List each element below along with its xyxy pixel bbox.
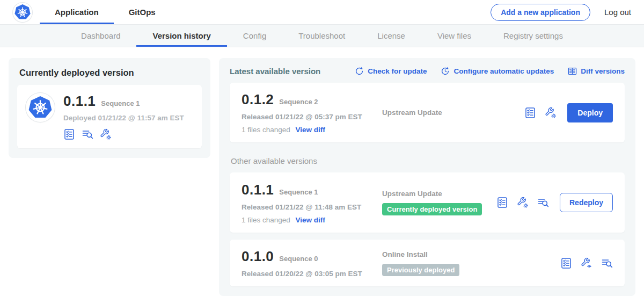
logout-link[interactable]: Log out (604, 8, 631, 17)
helm-wheel-icon (32, 99, 49, 116)
edit-config-icon[interactable] (100, 128, 112, 140)
view-diff-link[interactable]: View diff (296, 126, 325, 134)
subnav-version-history[interactable]: Version history (136, 25, 226, 47)
configure-automatic-updates-link[interactable]: Configure automatic updates (441, 67, 554, 76)
previously-deployed-badge: Previously deployed (382, 264, 459, 276)
diff-versions-link[interactable]: Diff versions (568, 67, 625, 76)
release-notes-icon[interactable] (524, 107, 536, 119)
configure-automatic-updates-label: Configure automatic updates (453, 67, 554, 75)
version-card-0-1-2: 0.1.2 Sequence 2 Released 01/21/22 @ 05:… (230, 83, 625, 142)
kubernetes-logo (13, 3, 32, 22)
add-application-button[interactable]: Add a new application (491, 4, 590, 21)
version-number: 0.1.0 (241, 248, 274, 265)
version-source: Upstream Update (382, 109, 524, 117)
currently-deployed-panel: Currently deployed version 0.1.1 Sequenc… (9, 58, 210, 158)
app-icon (26, 93, 55, 122)
released-timestamp: Released 01/21/22 @ 11:48 am EST (241, 203, 382, 211)
header-right: Add a new application Log out (491, 0, 631, 24)
released-timestamp: Released 01/20/22 @ 03:05 pm EST (241, 270, 382, 278)
view-logs-icon[interactable] (601, 257, 613, 269)
version-number: 0.1.1 (241, 182, 274, 198)
app-subnav: Dashboard Version history Config Trouble… (0, 25, 644, 47)
version-number: 0.1.2 (241, 91, 274, 108)
deployed-timestamp: Deployed 01/21/22 @ 11:57 am EST (63, 114, 184, 122)
version-sequence: Sequence 0 (279, 255, 318, 263)
files-changed-label: 1 files changed (241, 126, 290, 134)
app-brand (13, 0, 32, 24)
view-config-icon[interactable] (581, 257, 592, 269)
version-sequence: Sequence 1 (279, 188, 318, 196)
refresh-icon (355, 67, 364, 76)
release-notes-icon[interactable] (63, 128, 75, 140)
version-card-0-1-0: 0.1.0 Sequence 0 Released 01/20/22 @ 03:… (230, 240, 625, 286)
deployed-sequence: Sequence 1 (101, 99, 140, 107)
deployed-panel-title: Currently deployed version (17, 68, 202, 78)
version-sequence: Sequence 2 (279, 98, 318, 106)
deployed-version-card: 0.1.1 Sequence 1 Deployed 01/21/22 @ 11:… (17, 85, 202, 148)
tab-application[interactable]: Application (40, 0, 114, 24)
view-logs-icon[interactable] (537, 197, 549, 208)
latest-available-title: Latest available version (230, 67, 320, 76)
helm-wheel-icon (17, 6, 28, 18)
subnav-config[interactable]: Config (227, 25, 282, 47)
diff-versions-label: Diff versions (581, 67, 625, 75)
check-for-update-label: Check for update (368, 67, 427, 75)
release-notes-icon[interactable] (496, 197, 508, 208)
tab-gitops[interactable]: GitOps (114, 0, 171, 24)
subnav-license[interactable]: License (361, 25, 421, 47)
view-diff-link[interactable]: View diff (296, 216, 325, 224)
top-header: Application GitOps Add a new application… (0, 0, 644, 25)
deploy-button[interactable]: Deploy (567, 103, 613, 122)
version-card-0-1-1: 0.1.1 Sequence 1 Released 01/21/22 @ 11:… (230, 172, 625, 233)
edit-config-icon[interactable] (545, 107, 557, 119)
release-notes-icon[interactable] (560, 257, 572, 269)
subnav-dashboard[interactable]: Dashboard (65, 25, 136, 47)
top-tabs: Application GitOps (40, 0, 171, 24)
currently-deployed-badge: Currently deployed version (382, 203, 482, 215)
version-source: Online Install (382, 250, 560, 258)
deployed-version-number: 0.1.1 (63, 93, 96, 110)
main-content: Currently deployed version 0.1.1 Sequenc… (0, 47, 644, 296)
edit-config-icon[interactable] (517, 197, 529, 208)
clock-refresh-icon (441, 67, 450, 76)
other-available-title: Other available versions (231, 156, 625, 165)
check-for-update-link[interactable]: Check for update (355, 67, 427, 76)
version-source: Upstream Update (382, 190, 496, 198)
released-timestamp: Released 01/21/22 @ 05:37 pm EST (241, 113, 382, 121)
subnav-view-files[interactable]: View files (421, 25, 487, 47)
version-history-panel: Latest available version Check for updat… (219, 58, 635, 296)
redeploy-button[interactable]: Redeploy (560, 193, 613, 212)
diff-icon (568, 67, 577, 76)
subnav-registry-settings[interactable]: Registry settings (487, 25, 579, 47)
view-logs-icon[interactable] (82, 128, 93, 140)
files-changed-label: 1 files changed (241, 216, 290, 224)
subnav-troubleshoot[interactable]: Troubleshoot (282, 25, 361, 47)
